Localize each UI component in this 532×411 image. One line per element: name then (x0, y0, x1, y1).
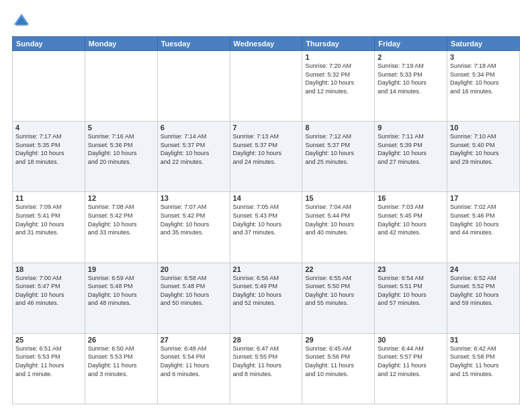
day-info: Sunrise: 7:18 AM Sunset: 5:34 PM Dayligh… (450, 62, 517, 95)
calendar-day-19: 19Sunrise: 6:59 AM Sunset: 5:48 PM Dayli… (85, 263, 157, 333)
day-number: 19 (88, 265, 154, 273)
day-number: 24 (450, 265, 517, 273)
day-number: 14 (233, 194, 300, 202)
day-number: 27 (161, 336, 227, 344)
calendar-day-23: 23Sunrise: 6:54 AM Sunset: 5:51 PM Dayli… (375, 263, 447, 333)
header-wednesday: Wednesday (230, 37, 302, 51)
calendar-empty-cell (230, 51, 302, 122)
header-sunday: Sunday (13, 37, 85, 51)
day-info: Sunrise: 7:02 AM Sunset: 5:46 PM Dayligh… (450, 203, 517, 236)
calendar-day-10: 10Sunrise: 7:10 AM Sunset: 5:40 PM Dayli… (447, 122, 520, 192)
calendar-day-4: 4Sunrise: 7:17 AM Sunset: 5:35 PM Daylig… (13, 122, 85, 192)
logo (12, 12, 34, 31)
header-tuesday: Tuesday (157, 37, 230, 51)
calendar-day-7: 7Sunrise: 7:13 AM Sunset: 5:37 PM Daylig… (230, 122, 302, 192)
day-number: 1 (305, 53, 371, 61)
day-info: Sunrise: 6:42 AM Sunset: 5:58 PM Dayligh… (450, 345, 517, 378)
day-info: Sunrise: 7:14 AM Sunset: 5:37 PM Dayligh… (161, 132, 227, 166)
day-info: Sunrise: 7:19 AM Sunset: 5:33 PM Dayligh… (378, 62, 444, 95)
calendar-day-30: 30Sunrise: 6:44 AM Sunset: 5:57 PM Dayli… (375, 333, 447, 404)
calendar-day-28: 28Sunrise: 6:47 AM Sunset: 5:55 PM Dayli… (230, 333, 302, 404)
day-info: Sunrise: 6:54 AM Sunset: 5:51 PM Dayligh… (378, 274, 444, 308)
calendar-day-12: 12Sunrise: 7:08 AM Sunset: 5:42 PM Dayli… (85, 192, 157, 263)
day-info: Sunrise: 6:47 AM Sunset: 5:55 PM Dayligh… (233, 345, 300, 378)
day-info: Sunrise: 6:59 AM Sunset: 5:48 PM Dayligh… (88, 274, 154, 308)
day-info: Sunrise: 7:04 AM Sunset: 5:44 PM Dayligh… (305, 203, 371, 236)
calendar-table: SundayMondayTuesdayWednesdayThursdayFrid… (12, 36, 520, 404)
day-number: 26 (88, 336, 154, 344)
calendar-day-20: 20Sunrise: 6:58 AM Sunset: 5:48 PM Dayli… (157, 263, 230, 333)
calendar-week-row: 25Sunrise: 6:51 AM Sunset: 5:53 PM Dayli… (13, 333, 520, 404)
day-info: Sunrise: 6:56 AM Sunset: 5:49 PM Dayligh… (233, 274, 300, 308)
page: SundayMondayTuesdayWednesdayThursdayFrid… (0, 0, 532, 411)
header-saturday: Saturday (447, 37, 520, 51)
calendar-day-1: 1Sunrise: 7:20 AM Sunset: 5:32 PM Daylig… (302, 51, 375, 122)
calendar-day-3: 3Sunrise: 7:18 AM Sunset: 5:34 PM Daylig… (447, 51, 520, 122)
calendar-day-15: 15Sunrise: 7:04 AM Sunset: 5:44 PM Dayli… (302, 192, 375, 263)
header-thursday: Thursday (302, 37, 375, 51)
calendar-day-6: 6Sunrise: 7:14 AM Sunset: 5:37 PM Daylig… (157, 122, 230, 192)
logo-icon (12, 12, 31, 31)
day-number: 5 (88, 124, 154, 132)
day-number: 20 (161, 265, 227, 273)
day-info: Sunrise: 7:16 AM Sunset: 5:36 PM Dayligh… (88, 132, 154, 166)
day-info: Sunrise: 7:10 AM Sunset: 5:40 PM Dayligh… (450, 132, 517, 166)
calendar-day-24: 24Sunrise: 6:52 AM Sunset: 5:52 PM Dayli… (447, 263, 520, 333)
day-info: Sunrise: 7:03 AM Sunset: 5:45 PM Dayligh… (378, 203, 444, 236)
day-info: Sunrise: 6:58 AM Sunset: 5:48 PM Dayligh… (161, 274, 227, 308)
calendar-day-18: 18Sunrise: 7:00 AM Sunset: 5:47 PM Dayli… (13, 263, 85, 333)
day-number: 7 (233, 124, 300, 132)
day-number: 25 (15, 336, 82, 344)
day-info: Sunrise: 6:51 AM Sunset: 5:53 PM Dayligh… (15, 345, 82, 378)
day-info: Sunrise: 7:05 AM Sunset: 5:43 PM Dayligh… (233, 203, 300, 236)
day-info: Sunrise: 6:48 AM Sunset: 5:54 PM Dayligh… (161, 345, 227, 378)
calendar-week-row: 1Sunrise: 7:20 AM Sunset: 5:32 PM Daylig… (13, 51, 520, 122)
day-info: Sunrise: 7:09 AM Sunset: 5:41 PM Dayligh… (15, 203, 82, 236)
calendar-day-27: 27Sunrise: 6:48 AM Sunset: 5:54 PM Dayli… (157, 333, 230, 404)
calendar-day-21: 21Sunrise: 6:56 AM Sunset: 5:49 PM Dayli… (230, 263, 302, 333)
day-number: 30 (378, 336, 444, 344)
day-info: Sunrise: 6:44 AM Sunset: 5:57 PM Dayligh… (378, 345, 444, 378)
calendar-day-31: 31Sunrise: 6:42 AM Sunset: 5:58 PM Dayli… (447, 333, 520, 404)
day-info: Sunrise: 7:00 AM Sunset: 5:47 PM Dayligh… (15, 274, 82, 308)
calendar-week-row: 4Sunrise: 7:17 AM Sunset: 5:35 PM Daylig… (13, 122, 520, 192)
calendar-day-2: 2Sunrise: 7:19 AM Sunset: 5:33 PM Daylig… (375, 51, 447, 122)
day-number: 3 (450, 53, 517, 61)
day-info: Sunrise: 6:50 AM Sunset: 5:53 PM Dayligh… (88, 345, 154, 378)
calendar-day-26: 26Sunrise: 6:50 AM Sunset: 5:53 PM Dayli… (85, 333, 157, 404)
day-number: 13 (161, 194, 227, 202)
day-number: 28 (233, 336, 300, 344)
calendar-empty-cell (85, 51, 157, 122)
day-info: Sunrise: 7:08 AM Sunset: 5:42 PM Dayligh… (88, 203, 154, 236)
calendar-day-11: 11Sunrise: 7:09 AM Sunset: 5:41 PM Dayli… (13, 192, 85, 263)
header-monday: Monday (85, 37, 157, 51)
calendar-header-row: SundayMondayTuesdayWednesdayThursdayFrid… (13, 37, 520, 51)
header (12, 12, 520, 31)
day-number: 12 (88, 194, 154, 202)
calendar-day-17: 17Sunrise: 7:02 AM Sunset: 5:46 PM Dayli… (447, 192, 520, 263)
day-number: 9 (378, 124, 444, 132)
day-info: Sunrise: 7:20 AM Sunset: 5:32 PM Dayligh… (305, 62, 371, 95)
day-info: Sunrise: 7:12 AM Sunset: 5:37 PM Dayligh… (305, 132, 371, 166)
calendar-day-9: 9Sunrise: 7:11 AM Sunset: 5:39 PM Daylig… (375, 122, 447, 192)
day-info: Sunrise: 6:45 AM Sunset: 5:56 PM Dayligh… (305, 345, 371, 378)
day-number: 23 (378, 265, 444, 273)
day-number: 21 (233, 265, 300, 273)
day-info: Sunrise: 6:55 AM Sunset: 5:50 PM Dayligh… (305, 274, 371, 308)
calendar-week-row: 18Sunrise: 7:00 AM Sunset: 5:47 PM Dayli… (13, 263, 520, 333)
day-info: Sunrise: 7:11 AM Sunset: 5:39 PM Dayligh… (378, 132, 444, 166)
day-number: 8 (305, 124, 371, 132)
calendar-empty-cell (13, 51, 85, 122)
day-info: Sunrise: 6:52 AM Sunset: 5:52 PM Dayligh… (450, 274, 517, 308)
calendar-empty-cell (157, 51, 230, 122)
day-number: 16 (378, 194, 444, 202)
day-number: 31 (450, 336, 517, 344)
day-number: 22 (305, 265, 371, 273)
day-info: Sunrise: 7:17 AM Sunset: 5:35 PM Dayligh… (15, 132, 82, 166)
day-number: 6 (161, 124, 227, 132)
calendar-day-13: 13Sunrise: 7:07 AM Sunset: 5:42 PM Dayli… (157, 192, 230, 263)
calendar-day-16: 16Sunrise: 7:03 AM Sunset: 5:45 PM Dayli… (375, 192, 447, 263)
day-number: 11 (15, 194, 82, 202)
day-info: Sunrise: 7:07 AM Sunset: 5:42 PM Dayligh… (161, 203, 227, 236)
calendar-day-29: 29Sunrise: 6:45 AM Sunset: 5:56 PM Dayli… (302, 333, 375, 404)
